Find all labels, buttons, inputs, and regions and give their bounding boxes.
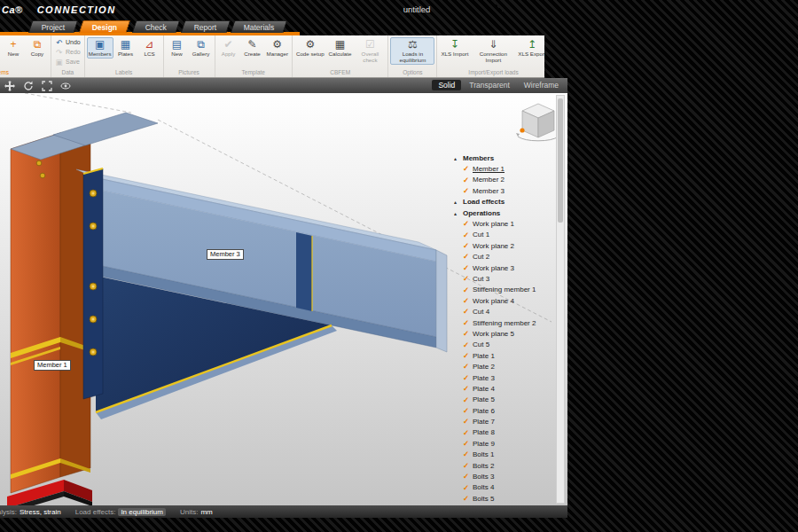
navcube-corner-marker[interactable] — [520, 128, 524, 132]
tree-item[interactable]: ▴ ✓ Cut 5 — [454, 340, 553, 350]
check-icon: ✓ — [463, 462, 473, 470]
tree-item[interactable]: ▴ ✓ Cut 4 — [454, 306, 553, 317]
ribbon-button[interactable]: ↧ XLS Import — [439, 37, 470, 59]
ribbon-button-label: New — [8, 51, 19, 57]
view-mode-button[interactable]: Solid — [432, 80, 461, 90]
tree-item[interactable]: ▴ ✓ Member 2 — [454, 175, 553, 185]
ribbon-button-icon: ✎ — [248, 39, 257, 51]
tree-item[interactable]: ▴ ✓ Cut 2 — [454, 252, 553, 262]
check-icon: ✓ — [463, 341, 473, 349]
tree-item[interactable]: ▴ ✓ Plate 6 — [454, 405, 553, 416]
units-label: Units: — [180, 508, 198, 516]
ribbon-button-label: Plates — [118, 51, 133, 57]
main-tab[interactable]: Design — [79, 20, 131, 33]
ribbon-button[interactable]: ☑ Overall check — [354, 37, 386, 65]
tree-item[interactable]: ▴ ✓ Work plane 3 — [454, 262, 553, 273]
ribbon-button[interactable]: ▣ Save — [53, 57, 82, 66]
ribbon-button[interactable]: ⧉ Gallery — [190, 37, 213, 59]
bolt[interactable] — [90, 223, 97, 230]
anchor-bolt[interactable] — [40, 173, 45, 178]
tree-item[interactable]: ▴ ✓ Bolts 1 — [454, 450, 553, 460]
tree-item[interactable]: ▴ ✓ Plate 4 — [454, 383, 553, 394]
view-mode-button[interactable]: Wireframe — [518, 80, 565, 90]
column-front-face[interactable] — [11, 133, 60, 493]
web-stiffener[interactable] — [296, 232, 312, 311]
ribbon-button[interactable]: ⧉ Copy — [26, 37, 49, 59]
tree-item[interactable]: ▴ ✓ Plate 9 — [454, 438, 553, 449]
ribbon-button[interactable]: ▦ Calculate — [327, 37, 354, 59]
tree-item[interactable]: ▴ ✓ Stiffening member 2 — [454, 317, 553, 328]
tree-item[interactable]: ▴ ✓ Stiffening member 1 — [454, 285, 553, 295]
view-mode-button[interactable]: Transparent — [463, 80, 516, 90]
ribbon-button[interactable]: + New — [2, 37, 25, 59]
tree-item[interactable]: ▴ ✓ Plate 7 — [454, 416, 553, 426]
tree-item[interactable]: ▴ ✓ Plate 2 — [454, 361, 553, 372]
ribbon-button[interactable]: ▤ New — [166, 37, 189, 59]
ribbon-button[interactable]: ↷ Redo — [53, 47, 82, 57]
main-tab[interactable]: Check — [132, 20, 181, 33]
tree-item[interactable]: ▴ ✓ Plate 3 — [454, 372, 553, 383]
scrollbar-thumb[interactable] — [558, 98, 563, 223]
load-effects-value: In equilibrium — [118, 508, 166, 516]
tree-item[interactable]: ▴ ✓ Bolts 5 — [454, 493, 553, 504]
tree-item-label: Cut 3 — [473, 275, 489, 283]
orbit-icon[interactable] — [23, 81, 34, 91]
main-tab[interactable]: Materials — [231, 20, 288, 33]
tree-item[interactable]: ▴ ✓ Load effects — [454, 197, 553, 207]
tree-item[interactable]: ▴ ✓ Work plane 1 — [454, 218, 553, 229]
tree-item-label: Plate 6 — [473, 407, 495, 415]
tree-item[interactable]: ▴ ✓ Work plane 2 — [454, 240, 553, 251]
tree-item[interactable]: ▴ ✓ Cut 1 — [454, 230, 553, 240]
tree-item[interactable]: ▴ ✓ Plate 5 — [454, 395, 553, 405]
tree-item[interactable]: ▴ ✓ Plate 8 — [454, 427, 553, 438]
ribbon-button-icon: ↧ — [450, 39, 459, 51]
expander-icon[interactable]: ▴ — [454, 155, 463, 161]
main-tab[interactable]: Project — [28, 20, 79, 33]
tree-item-label: Cut 2 — [473, 253, 489, 261]
member-3-label[interactable]: Member 3 — [207, 249, 244, 260]
anchor-bolt[interactable] — [36, 160, 42, 166]
ribbon-button[interactable]: ⇓ Connection Import — [471, 37, 515, 65]
tree-item[interactable]: ▴ ✓ Operations — [454, 207, 553, 218]
tree-item[interactable]: ▴ ✓ Member 3 — [454, 185, 553, 196]
ribbon-button[interactable]: ▦ Plates — [114, 37, 137, 59]
expander-icon[interactable]: ▴ — [454, 210, 463, 216]
ribbon-button[interactable]: ↥ XLS Export — [516, 37, 544, 59]
tree-item[interactable]: ▴ ✓ Bolts 2 — [454, 460, 553, 471]
bolt[interactable] — [90, 190, 97, 197]
tree-item[interactable]: ▴ ✓ Members — [454, 153, 553, 163]
pan-icon[interactable] — [4, 81, 15, 91]
tree-item[interactable]: ▴ ✓ Plate 1 — [454, 350, 553, 361]
beam-end-cap[interactable] — [436, 250, 447, 352]
3d-viewport[interactable]: Solid Transparent Wireframe — [0, 78, 567, 505]
ribbon-button[interactable]: ⊿ LCS — [138, 37, 161, 59]
ribbon-button[interactable]: ▣ Members — [87, 37, 113, 59]
bolt[interactable] — [90, 283, 97, 290]
ribbon-button-label: Redo — [66, 49, 81, 55]
tree-item[interactable]: ▴ ✓ Work plane 5 — [454, 328, 553, 339]
ribbon-button[interactable]: ✔ Apply — [217, 37, 240, 59]
tree-item[interactable]: ▴ ✓ Bolts 3 — [454, 471, 553, 481]
main-tab[interactable]: Report — [181, 20, 231, 33]
zoom-extents-icon[interactable] — [42, 81, 52, 91]
ribbon-button[interactable]: ↶ Undo — [53, 37, 82, 47]
bolt[interactable] — [90, 316, 97, 323]
tree-item[interactable]: ▴ ✓ Member 1 — [454, 163, 553, 174]
check-icon: ✓ — [463, 286, 473, 294]
tree-scrollbar[interactable] — [556, 95, 565, 504]
view-settings-icon[interactable] — [60, 81, 71, 91]
bolt[interactable] — [90, 348, 97, 356]
ribbon-button[interactable]: ⚙ Manager — [265, 37, 290, 59]
ribbon-group-labels: ▣ Members ▦ Plates ⊿ LCS Labels — [85, 35, 164, 77]
tree-item-label: Bolts 3 — [473, 473, 494, 481]
tree-item[interactable]: ▴ ✓ Work plane 4 — [454, 295, 553, 306]
tree-item[interactable]: ▴ ✓ Bolts 4 — [454, 482, 553, 493]
tree-item-label: Bolts 2 — [473, 462, 494, 470]
ribbon-button[interactable]: ⚖ Loads in equilibrium — [390, 37, 434, 65]
ribbon-button[interactable]: ✎ Create — [241, 37, 264, 59]
ribbon-button[interactable]: ⚙ Code setup — [294, 37, 326, 59]
expander-icon[interactable]: ▴ — [454, 199, 463, 205]
tree-item[interactable]: ▴ ✓ Cut 3 — [454, 273, 553, 284]
member-1-label[interactable]: Member 1 — [34, 360, 71, 371]
ribbon-group-label: Data — [53, 68, 82, 77]
